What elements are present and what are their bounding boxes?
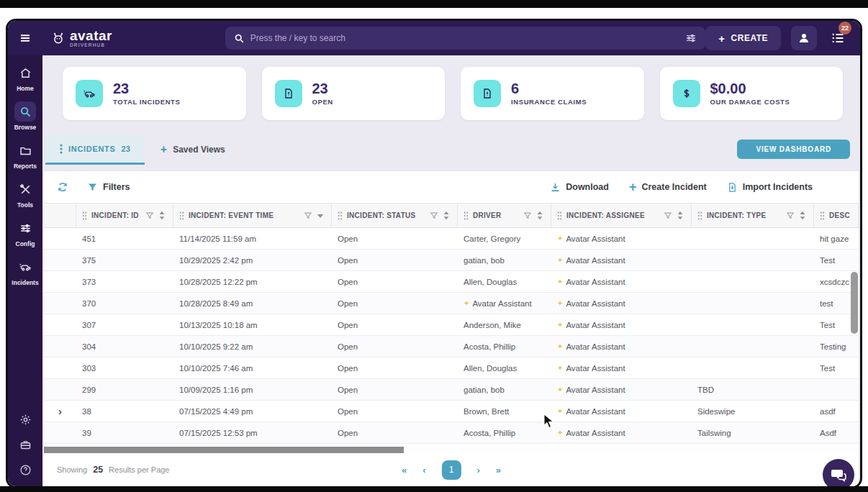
- column-header[interactable]: INCIDENT: ID: [76, 204, 173, 227]
- drag-dots-icon[interactable]: [179, 211, 184, 220]
- chat-support-button[interactable]: [823, 459, 854, 488]
- table-row[interactable]: 30410/10/2025 9:22 amOpenAcosta, Phillip…: [44, 336, 859, 357]
- hamburger-menu-icon[interactable]: [19, 32, 32, 45]
- table-row[interactable]: 30310/10/2025 7:46 amOpenAllen, Douglas✦…: [44, 357, 859, 379]
- funnel-icon[interactable]: [145, 211, 154, 220]
- create-incident-button[interactable]: + Create Incident: [629, 181, 707, 193]
- table-row[interactable]: ›3807/15/2025 4:49 pmOpenBrown, Brett✦Av…: [44, 401, 859, 422]
- prev-page-button[interactable]: ‹: [422, 465, 425, 475]
- import-incidents-button[interactable]: Import Incidents: [727, 182, 813, 193]
- tab-incidents[interactable]: INCIDENTS 23: [45, 135, 145, 165]
- funnel-icon[interactable]: [786, 211, 795, 220]
- pager: « ‹ 1 › »: [402, 460, 501, 480]
- tab-saved-views[interactable]: + Saved Views: [145, 135, 241, 165]
- expand-chevron-icon[interactable]: ›: [58, 406, 62, 416]
- last-page-button[interactable]: »: [496, 465, 501, 475]
- stats-row: 23TOTAL INCIDENTS23OPEN6INSURANCE CLAIMS…: [42, 55, 860, 120]
- download-button[interactable]: Download: [550, 182, 609, 193]
- sort-desc-icon[interactable]: [317, 213, 324, 219]
- sort-icon[interactable]: [443, 211, 450, 220]
- table-body: 45111/14/2025 11:59 amOpenCarter, Gregor…: [44, 228, 859, 447]
- column-header[interactable]: INCIDENT: TYPE: [692, 204, 814, 227]
- sparkle-ai-icon: ✦: [557, 278, 563, 286]
- sidebar-item-reports[interactable]: Reports: [14, 140, 37, 170]
- sort-icon[interactable]: [799, 211, 806, 220]
- cell-event-time: 10/28/2025 8:49 am: [173, 299, 332, 308]
- sidebar-item-home[interactable]: Home: [14, 63, 36, 92]
- sparkle-ai-icon: ✦: [557, 364, 563, 372]
- global-search[interactable]: [225, 27, 705, 50]
- cell-event-time: 07/15/2025 4:49 pm: [173, 407, 332, 416]
- sparkle-ai-icon: ✦: [557, 342, 563, 350]
- sidebar-item-tools[interactable]: Tools: [14, 179, 36, 209]
- create-button[interactable]: + CREATE: [705, 26, 781, 50]
- drag-dots-icon[interactable]: [82, 211, 87, 220]
- table-row[interactable]: 3907/15/2025 12:53 pmOpenAcosta, Phillip…: [44, 422, 859, 444]
- app-logo[interactable]: avatar DRIVERHUB: [51, 29, 159, 48]
- column-header-label: INCIDENT: STATUS: [347, 211, 416, 219]
- drag-dots-icon[interactable]: [338, 211, 343, 220]
- cell-event-time: 10/28/2025 12:22 pm: [173, 278, 332, 286]
- horizontal-scrollbar[interactable]: [44, 447, 859, 453]
- stat-value: 6: [511, 81, 587, 96]
- sparkle-ai-icon: ✦: [557, 321, 563, 329]
- cell-description: Testing: [814, 342, 859, 351]
- cell-assignee: ✦Avatar Assistant: [551, 407, 692, 416]
- drag-dots-icon[interactable]: [464, 211, 469, 220]
- filters-button[interactable]: Filters: [87, 182, 130, 193]
- first-page-button[interactable]: «: [402, 465, 407, 475]
- sort-icon[interactable]: [677, 211, 684, 220]
- help-button[interactable]: [19, 464, 32, 476]
- drag-dots-icon[interactable]: [697, 211, 702, 220]
- search-input[interactable]: [250, 33, 679, 43]
- user-profile-button[interactable]: [791, 26, 817, 50]
- sort-icon[interactable]: [158, 211, 166, 220]
- refresh-button[interactable]: [57, 181, 68, 193]
- search-icon: [234, 33, 245, 44]
- cell-status: Open: [332, 278, 458, 286]
- table-row[interactable]: 37510/29/2025 2:42 pmOpengatian, bob✦Ava…: [44, 250, 859, 271]
- cell-type: Sideswipe: [692, 407, 814, 416]
- sidebar-item-config[interactable]: Config: [14, 218, 36, 247]
- import-file-icon: [727, 182, 738, 193]
- table-row[interactable]: 45111/14/2025 11:59 amOpenCarter, Gregor…: [44, 228, 859, 250]
- funnel-icon[interactable]: [304, 211, 312, 220]
- sidebar-item-incidents[interactable]: Incidents: [12, 257, 38, 286]
- view-dashboard-button[interactable]: VIEW DASHBOARD: [737, 140, 850, 159]
- current-page-button[interactable]: 1: [442, 460, 461, 480]
- search-filter-sliders-icon[interactable]: [685, 32, 697, 44]
- funnel-icon[interactable]: [523, 211, 532, 220]
- column-header[interactable]: DESC: [814, 204, 859, 227]
- vertical-scrollbar-thumb[interactable]: [851, 272, 858, 334]
- settings-button[interactable]: [19, 414, 32, 426]
- sidebar-item-label: Reports: [14, 163, 37, 170]
- toolbox-button[interactable]: [19, 439, 32, 451]
- drag-dots-icon[interactable]: [820, 211, 825, 220]
- document-icon: [474, 80, 501, 107]
- column-header[interactable]: INCIDENT: EVENT TIME: [173, 204, 332, 227]
- horizontal-scrollbar-thumb[interactable]: [44, 447, 404, 453]
- notifications-button[interactable]: 22: [827, 26, 849, 50]
- cell-incident-id: 370: [76, 299, 173, 308]
- next-page-button[interactable]: ›: [477, 465, 480, 475]
- help-icon: [19, 464, 32, 476]
- column-header[interactable]: INCIDENT: STATUS: [332, 204, 458, 227]
- sidebar-item-browse[interactable]: Browse: [14, 101, 37, 131]
- expand-column-header: [44, 204, 76, 227]
- drag-dots-icon[interactable]: [557, 211, 562, 220]
- column-header[interactable]: DRIVER: [458, 204, 551, 227]
- car-crash-icon: [19, 260, 32, 273]
- results-per-page-select[interactable]: 25: [93, 465, 103, 475]
- cell-status: Open: [332, 299, 458, 308]
- table-row[interactable]: 37010/28/2025 8:49 amOpen✦Avatar Assista…: [44, 293, 859, 314]
- sparkle-ai-icon: ✦: [557, 234, 563, 242]
- sort-icon[interactable]: [536, 211, 543, 220]
- table-row[interactable]: 29910/09/2025 1:16 pmOpengatian, bob✦Ava…: [44, 379, 859, 401]
- funnel-icon[interactable]: [430, 211, 438, 220]
- table-row[interactable]: 30710/13/2025 10:18 amOpenAnderson, Mike…: [44, 314, 859, 336]
- table-row[interactable]: 37310/28/2025 12:22 pmOpenAllen, Douglas…: [44, 271, 859, 293]
- column-header[interactable]: INCIDENT: ASSIGNEE: [551, 204, 692, 227]
- stat-value: $0.00: [710, 81, 790, 96]
- column-header-label: DRIVER: [473, 211, 502, 219]
- funnel-icon[interactable]: [664, 211, 672, 220]
